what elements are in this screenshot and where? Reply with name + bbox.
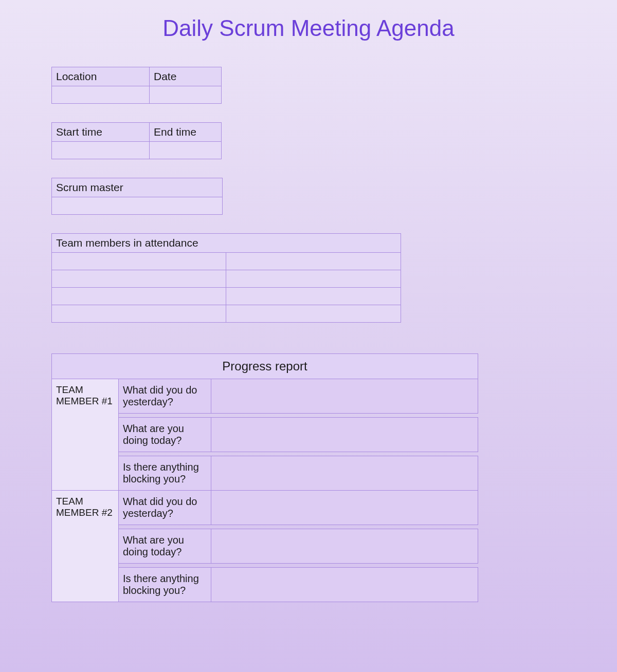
start-time-input[interactable]: [52, 142, 150, 159]
scrum-master-input[interactable]: [52, 197, 223, 215]
page-title: Daily Scrum Meeting Agenda: [51, 15, 566, 41]
scrum-master-table: Scrum master: [51, 178, 223, 215]
attendance-cell[interactable]: [226, 253, 401, 270]
attendance-table: Team members in attendance: [51, 233, 401, 323]
progress-answer-input[interactable]: [211, 379, 478, 414]
progress-report-table: Progress report TEAM MEMBER #1 What did …: [51, 353, 478, 602]
progress-answer-input[interactable]: [211, 568, 478, 602]
progress-question: Is there anything blocking you?: [118, 456, 211, 491]
location-input[interactable]: [52, 86, 150, 104]
progress-question: What are you doing today?: [118, 418, 211, 452]
attendance-cell[interactable]: [226, 305, 401, 323]
progress-question: Is there anything blocking you?: [118, 568, 211, 602]
attendance-cell[interactable]: [52, 270, 226, 288]
attendance-cell[interactable]: [52, 305, 226, 323]
progress-question: What did you do yesterday?: [118, 491, 211, 525]
location-date-table: Location Date: [51, 67, 222, 104]
progress-report-title: Progress report: [52, 354, 478, 379]
attendance-cell[interactable]: [226, 270, 401, 288]
progress-answer-input[interactable]: [211, 418, 478, 452]
scrum-master-label: Scrum master: [52, 178, 223, 197]
progress-answer-input[interactable]: [211, 529, 478, 564]
attendance-cell[interactable]: [52, 288, 226, 305]
date-input[interactable]: [150, 86, 222, 104]
progress-answer-input[interactable]: [211, 456, 478, 491]
progress-member-label: TEAM MEMBER #2: [52, 491, 119, 602]
progress-question: What are you doing today?: [118, 529, 211, 564]
attendance-cell[interactable]: [52, 253, 226, 270]
end-time-input[interactable]: [150, 142, 222, 159]
start-time-label: Start time: [52, 123, 150, 142]
attendance-header: Team members in attendance: [52, 234, 401, 253]
date-label: Date: [150, 67, 222, 86]
end-time-label: End time: [150, 123, 222, 142]
time-table: Start time End time: [51, 122, 222, 159]
progress-question: What did you do yesterday?: [118, 379, 211, 414]
attendance-cell[interactable]: [226, 288, 401, 305]
location-label: Location: [52, 67, 150, 86]
progress-member-label: TEAM MEMBER #1: [52, 379, 119, 491]
progress-answer-input[interactable]: [211, 491, 478, 525]
